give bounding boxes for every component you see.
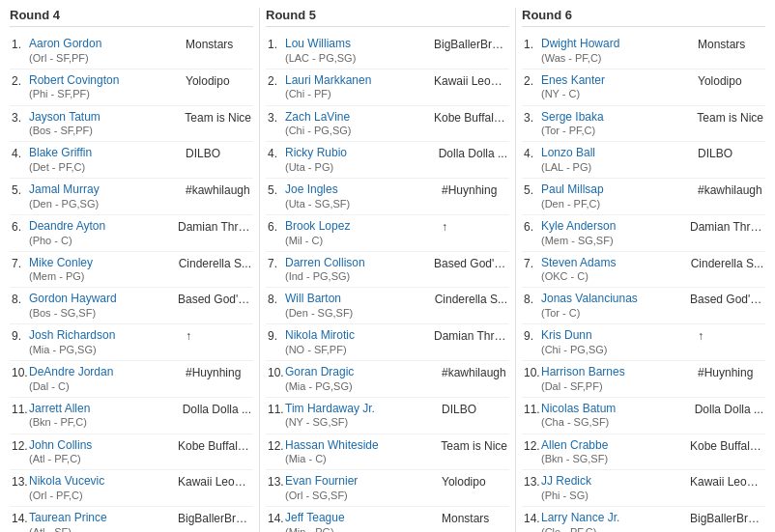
player-name[interactable]: Enes Kanter	[541, 73, 694, 89]
pick-number: 13.	[12, 474, 29, 489]
pick-number: 1.	[268, 37, 285, 51]
player-name[interactable]: Dwight Howard	[541, 37, 694, 52]
pick-row: 10.DeAndre Jordan(Dal - C)#Huynhing	[10, 361, 253, 398]
pick-player: Taurean Prince(Atl - SF)	[29, 511, 174, 532]
player-position: (Tor - PF,C)	[541, 125, 693, 137]
pick-team: Damian Thril...	[686, 219, 763, 234]
pick-row: 13.Nikola Vucevic(Orl - PF,C)Kawaii Leon…	[10, 470, 253, 507]
pick-number: 14.	[12, 511, 29, 525]
pick-player: Aaron Gordon(Orl - SF,PF)	[29, 37, 182, 65]
player-position: (NO - SF,PF)	[285, 344, 430, 356]
pick-player: Brook Lopez(Mil - C)	[285, 219, 438, 247]
pick-number: 6.	[12, 219, 29, 234]
player-name[interactable]: Steven Adams	[541, 256, 687, 271]
pick-player: Lou Williams(LAC - PG,SG)	[285, 37, 430, 65]
pick-player: Gordon Hayward(Bos - SG,SF)	[29, 292, 174, 320]
pick-number: 11.	[12, 402, 29, 416]
player-name[interactable]: John Collins	[29, 438, 174, 454]
pick-team: #Huynhing	[182, 365, 251, 379]
player-name[interactable]: Tim Hardaway Jr.	[285, 402, 438, 417]
pick-number: 14.	[268, 511, 285, 525]
pick-player: Goran Dragic(Mia - PG,SG)	[285, 365, 438, 393]
pick-row: 9.Josh Richardson(Mia - PG,SG)↑	[10, 324, 253, 361]
player-position: (Chi - PG,SG)	[541, 344, 694, 356]
pick-row: 13.JJ Redick(Phi - SG)Kawaii Leonard	[522, 470, 765, 507]
pick-row: 9.Kris Dunn(Chi - PG,SG)↑	[522, 324, 765, 361]
player-name[interactable]: Gordon Hayward	[29, 292, 174, 307]
player-name[interactable]: Will Barton	[285, 292, 431, 307]
player-name[interactable]: Darren Collison	[285, 256, 430, 271]
player-name[interactable]: Goran Dragic	[285, 365, 438, 380]
player-position: (Den - PG,SG)	[29, 198, 182, 210]
pick-team: Dolla Dolla ...	[435, 146, 507, 160]
player-name[interactable]: Evan Fournier	[285, 474, 438, 490]
pick-team: Damian Thril...	[174, 219, 251, 234]
pick-number: 12.	[524, 438, 541, 453]
pick-number: 4.	[524, 146, 541, 160]
pick-row: 8.Gordon Hayward(Bos - SG,SF)Based God's…	[10, 288, 253, 324]
player-name[interactable]: Hassan Whiteside	[285, 438, 437, 454]
pick-row: 11.Nicolas Batum(Cha - SG,SF)Dolla Dolla…	[522, 398, 765, 434]
pick-team: Dolla Dolla ...	[691, 402, 763, 416]
player-name[interactable]: Blake Griffin	[29, 146, 182, 161]
player-name[interactable]: Brook Lopez	[285, 219, 438, 235]
player-position: (Atl - SF)	[29, 526, 174, 532]
player-name[interactable]: Nicolas Batum	[541, 402, 691, 417]
player-name[interactable]: Paul Millsap	[541, 182, 694, 198]
player-position: (Mem - SG,SF)	[541, 235, 686, 247]
player-name[interactable]: Joe Ingles	[285, 182, 438, 198]
player-name[interactable]: Zach LaVine	[285, 110, 430, 126]
round-col-1: Round 41.Aaron Gordon(Orl - SF,PF)Monsta…	[4, 8, 260, 532]
player-name[interactable]: Jonas Valanciunas	[541, 292, 686, 307]
player-name[interactable]: Josh Richardson	[29, 328, 182, 344]
pick-number: 2.	[12, 73, 29, 88]
pick-team: Monstars	[694, 37, 763, 51]
player-name[interactable]: Harrison Barnes	[541, 365, 694, 380]
player-position: (OKC - C)	[541, 270, 687, 283]
pick-player: Zach LaVine(Chi - PG,SG)	[285, 110, 430, 138]
player-name[interactable]: Nikola Vucevic	[29, 474, 174, 490]
player-position: (Min - PG)	[285, 526, 438, 532]
pick-player: Jonas Valanciunas(Tor - C)	[541, 292, 686, 320]
player-name[interactable]: JJ Redick	[541, 474, 686, 490]
player-position: (Den - PF,C)	[541, 198, 694, 210]
pick-number: 8.	[12, 292, 29, 306]
pick-number: 1.	[12, 37, 29, 51]
player-name[interactable]: Larry Nance Jr.	[541, 511, 686, 526]
player-name[interactable]: Serge Ibaka	[541, 110, 693, 126]
player-name[interactable]: Lauri Markkanen	[285, 73, 430, 89]
pick-player: Lonzo Ball(LAL - PG)	[541, 146, 694, 174]
pick-team: Monstars	[438, 511, 507, 525]
player-name[interactable]: Allen Crabbe	[541, 438, 686, 454]
pick-team: DILBO	[182, 146, 251, 160]
pick-number: 12.	[12, 438, 29, 453]
player-name[interactable]: Kris Dunn	[541, 328, 694, 344]
player-name[interactable]: Jamal Murray	[29, 182, 182, 198]
pick-player: Robert Covington(Phi - SF,PF)	[29, 73, 182, 101]
pick-number: 4.	[12, 146, 29, 160]
player-name[interactable]: Jarrett Allen	[29, 402, 179, 417]
player-name[interactable]: Taurean Prince	[29, 511, 174, 526]
player-name[interactable]: Aaron Gordon	[29, 37, 182, 52]
player-position: (NY - C)	[541, 88, 694, 100]
player-name[interactable]: Lou Williams	[285, 37, 430, 52]
pick-team: ↑	[694, 328, 763, 343]
pick-team: DILBO	[438, 402, 507, 416]
pick-row: 7.Steven Adams(OKC - C)Cinderella S...	[522, 252, 765, 289]
player-name[interactable]: Ricky Rubio	[285, 146, 435, 161]
player-name[interactable]: Kyle Anderson	[541, 219, 686, 235]
player-name[interactable]: Jayson Tatum	[29, 110, 181, 126]
player-name[interactable]: Nikola Mirotic	[285, 328, 430, 344]
pick-player: Deandre Ayton(Pho - C)	[29, 219, 174, 247]
player-name[interactable]: DeAndre Jordan	[29, 365, 182, 380]
player-name[interactable]: Lonzo Ball	[541, 146, 694, 161]
pick-row: 5.Jamal Murray(Den - PG,SG)#kawhilaugh	[10, 179, 253, 215]
player-name[interactable]: Jeff Teague	[285, 511, 438, 526]
player-name[interactable]: Deandre Ayton	[29, 219, 174, 235]
pick-team: Kobe Buffalo...	[686, 438, 763, 453]
player-name[interactable]: Robert Covington	[29, 73, 182, 89]
player-name[interactable]: Mike Conley	[29, 256, 175, 271]
pick-number: 3.	[268, 110, 285, 125]
pick-row: 11.Jarrett Allen(Bkn - PF,C)Dolla Dolla …	[10, 398, 253, 434]
player-position: (Bkn - SG,SF)	[541, 453, 686, 465]
